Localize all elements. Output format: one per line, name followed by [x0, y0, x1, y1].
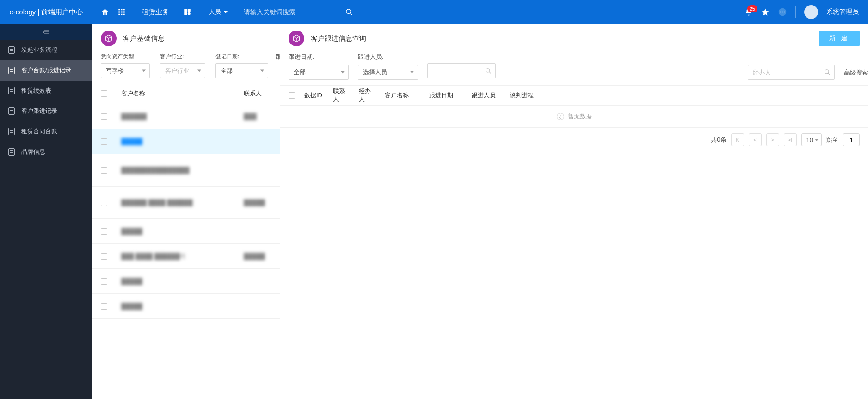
- svg-point-12: [188, 12, 191, 15]
- svg-point-18: [784, 12, 785, 13]
- followup-date-select[interactable]: 全部: [289, 65, 349, 80]
- table-row[interactable]: ██████ ███: [92, 104, 280, 129]
- regdate-select[interactable]: 全部: [215, 63, 268, 78]
- username: 系统管理员: [826, 8, 859, 16]
- page-next-button[interactable]: >: [766, 133, 779, 146]
- svg-rect-5: [123, 12, 125, 13]
- sidebar-item-contract[interactable]: 租赁合同台账: [0, 121, 92, 142]
- table-row[interactable]: ████████████████: [92, 154, 280, 187]
- sidebar-item-followup[interactable]: 客户跟进记录: [0, 101, 92, 121]
- svg-point-26: [486, 69, 490, 72]
- apps-grid-icon[interactable]: [117, 8, 126, 16]
- sidebar-item-label: 客户跟进记录: [21, 107, 57, 115]
- panel-title: 客户跟进信息查询: [311, 34, 366, 43]
- page-first-button[interactable]: K: [731, 133, 744, 146]
- chevron-down-icon: [142, 70, 146, 72]
- page-prev-button[interactable]: <: [749, 133, 762, 146]
- notifications-icon[interactable]: 25: [745, 8, 753, 16]
- more-icon[interactable]: [778, 7, 787, 17]
- table-row[interactable]: ███ ████ ██████司 █████: [92, 244, 280, 269]
- row-checkbox[interactable]: [101, 138, 107, 145]
- column-name: 客户名称: [121, 89, 244, 98]
- svg-point-28: [825, 70, 829, 74]
- industry-select[interactable]: 客户行业: [160, 63, 205, 78]
- sidebar-item-performance[interactable]: 租赁绩效表: [0, 81, 92, 101]
- svg-rect-6: [118, 14, 120, 15]
- select-all-checkbox[interactable]: [289, 92, 295, 99]
- svg-rect-4: [121, 12, 123, 13]
- handler-search-input[interactable]: [753, 69, 821, 76]
- customer-name: ███ ████ ██████司: [121, 252, 244, 261]
- row-checkbox[interactable]: [101, 303, 107, 310]
- document-icon: [8, 107, 15, 115]
- document-icon: [8, 87, 15, 94]
- sidebar-item-brand[interactable]: 品牌信息: [0, 142, 92, 162]
- customer-contact: █████: [244, 199, 271, 206]
- followup-person-select[interactable]: 选择人员: [358, 65, 418, 80]
- advanced-search-link[interactable]: 高级搜索: [844, 69, 868, 77]
- svg-line-29: [828, 73, 830, 75]
- page-jump-input[interactable]: [843, 133, 860, 146]
- row-checkbox[interactable]: [101, 228, 107, 235]
- chevron-down-icon: [410, 71, 414, 74]
- document-icon: [8, 148, 15, 156]
- row-checkbox[interactable]: [101, 167, 107, 174]
- document-icon: [8, 67, 15, 74]
- home-icon[interactable]: [101, 8, 109, 16]
- customer-list-panel: 客户基础信息 意向资产类型: 写字楼 客户行业: 客户行业: [92, 24, 280, 399]
- star-icon[interactable]: [761, 8, 770, 16]
- panel-title: 客户基础信息: [123, 34, 165, 43]
- jump-label: 跳至: [826, 136, 838, 144]
- column-progress: 谈判进程: [510, 91, 547, 100]
- brand-title: e-cology | 前端用户中心: [0, 0, 92, 24]
- table-row[interactable]: █████: [92, 129, 280, 154]
- sidebar-collapse-toggle[interactable]: [0, 24, 92, 40]
- global-search-input[interactable]: [244, 8, 341, 16]
- row-checkbox[interactable]: [101, 113, 107, 120]
- customer-contact: █████: [244, 253, 271, 260]
- chevron-down-icon: [341, 71, 345, 74]
- table-row[interactable]: █████: [92, 269, 280, 294]
- row-checkbox[interactable]: [101, 278, 107, 285]
- people-dropdown[interactable]: 人员: [203, 8, 234, 16]
- customer-name: █████: [121, 278, 244, 285]
- global-search: [237, 8, 357, 16]
- pagination: 共0条 K < > >I 10 跳至: [280, 128, 868, 152]
- table-row[interactable]: █████: [92, 294, 280, 319]
- row-checkbox[interactable]: [101, 200, 107, 206]
- customer-name: ██████ ████ ██████: [121, 199, 244, 206]
- row-checkbox[interactable]: [101, 253, 107, 260]
- svg-rect-2: [123, 9, 125, 10]
- table-row[interactable]: █████: [92, 219, 280, 244]
- page-last-button[interactable]: >I: [784, 133, 797, 146]
- module-menu-icon[interactable]: [181, 6, 193, 18]
- avatar[interactable]: [804, 5, 818, 19]
- search-icon[interactable]: [485, 68, 492, 74]
- main-content: 客户基础信息 意向资产类型: 写字楼 客户行业: 客户行业: [92, 24, 868, 399]
- chevron-down-icon: [224, 11, 228, 13]
- table-row[interactable]: ██████ ████ ██████ █████: [92, 187, 280, 219]
- svg-rect-10: [188, 9, 191, 12]
- customer-contact: ███: [244, 113, 271, 120]
- sidebar-item-customer-ledger[interactable]: 客户台账/跟进记录: [0, 60, 92, 81]
- followup-panel: 客户跟进信息查询 新 建 跟进日期: 全部 跟进人员:: [280, 24, 868, 399]
- asset-type-select[interactable]: 写字楼: [101, 63, 150, 78]
- empty-text: 暂无数据: [568, 112, 592, 121]
- svg-rect-8: [123, 14, 125, 15]
- customer-name: █████: [121, 228, 244, 235]
- sidebar-item-workflow[interactable]: 发起业务流程: [0, 40, 92, 60]
- column-customer: 客户名称: [385, 91, 429, 100]
- filter-regdate-label: 登记日期:: [215, 53, 268, 61]
- page-size-select[interactable]: 10: [801, 133, 822, 146]
- search-icon[interactable]: [824, 69, 831, 75]
- quick-search-input[interactable]: [432, 68, 482, 75]
- select-all-checkbox[interactable]: [101, 90, 107, 97]
- quick-search: [427, 63, 496, 78]
- topbar: e-cology | 前端用户中心 租赁业务 人员: [0, 0, 868, 24]
- new-button[interactable]: 新 建: [819, 31, 860, 46]
- search-icon[interactable]: [341, 8, 357, 16]
- svg-line-14: [350, 13, 352, 15]
- svg-point-13: [346, 9, 351, 13]
- svg-rect-3: [118, 12, 120, 13]
- column-data-id: 数据ID: [304, 91, 333, 100]
